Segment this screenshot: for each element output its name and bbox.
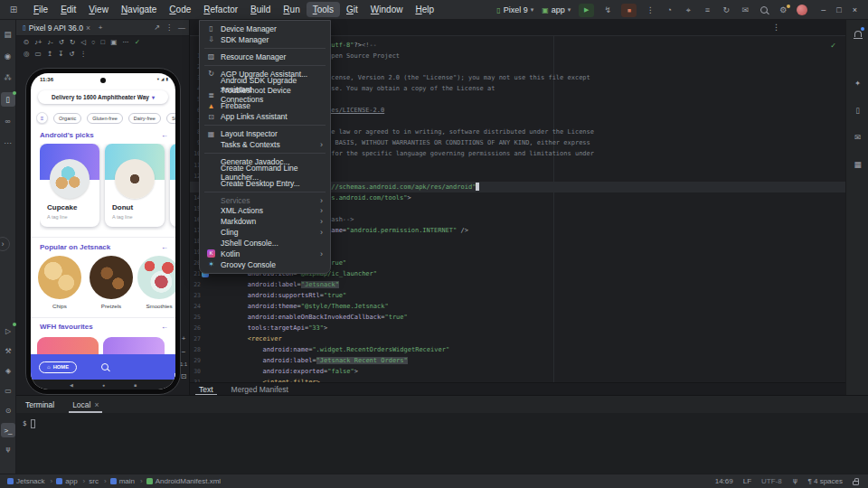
- menubar-item[interactable]: Run: [277, 2, 306, 17]
- minimize-button[interactable]: –: [821, 5, 826, 14]
- volume-down-icon[interactable]: ♪-: [47, 38, 52, 46]
- menubar-item[interactable]: Tools: [307, 2, 340, 17]
- menubar-item[interactable]: Edit: [54, 2, 82, 17]
- breadcrumb-item[interactable]: main ›: [110, 477, 143, 485]
- avatar[interactable]: [797, 5, 807, 15]
- menu-item[interactable]: ✶ Groovy Console: [200, 259, 330, 270]
- menubar-item[interactable]: Refactor: [197, 2, 244, 17]
- android-nav-button[interactable]: ◀: [70, 382, 73, 388]
- snack-card[interactable]: Cupcake A tag line: [40, 144, 99, 227]
- menu-item[interactable]: [204, 192, 326, 192]
- phone-screen[interactable]: 11:36 ▾ ◢ ▮ Delivery to 1600 Amphitheate…: [31, 73, 175, 389]
- menu-item[interactable]: XML Actions ›: [200, 205, 330, 216]
- commit-icon[interactable]: ◉: [1, 49, 15, 63]
- sync-icon[interactable]: ↻: [721, 5, 731, 14]
- volume-up-icon[interactable]: ♪+: [34, 38, 42, 46]
- open-in-window-icon[interactable]: ↗: [154, 23, 160, 32]
- menu-item[interactable]: K Kotlin ›: [200, 249, 330, 259]
- overview-icon[interactable]: □: [101, 38, 106, 46]
- close-icon[interactable]: ×: [94, 400, 99, 409]
- menu-item[interactable]: ⇩ SDK Manager: [200, 34, 330, 45]
- structure-icon[interactable]: ⁂: [1, 70, 15, 85]
- snack-card[interactable]: [170, 144, 175, 227]
- terminal-tab-local[interactable]: Local ×: [72, 396, 99, 413]
- terminal-icon[interactable]: >_: [1, 423, 15, 437]
- arrow-left-icon[interactable]: ←: [161, 131, 168, 139]
- stop-button[interactable]: ■: [621, 4, 637, 17]
- filter-chip[interactable]: Gluten-free: [87, 113, 123, 124]
- breadcrumb-item[interactable]: AndroidManifest.xml: [146, 477, 226, 485]
- record-icon[interactable]: ▭: [35, 50, 42, 58]
- android-nav-button[interactable]: ●: [102, 382, 105, 388]
- power-icon[interactable]: ⊙: [24, 38, 29, 46]
- hide-panel-icon[interactable]: —: [178, 23, 185, 32]
- menu-item[interactable]: [204, 48, 326, 49]
- run-icon[interactable]: ▷: [1, 324, 15, 338]
- screenshot-icon[interactable]: ◎: [24, 50, 30, 58]
- more-icon[interactable]: ⋯: [122, 38, 129, 46]
- close-icon[interactable]: ×: [86, 23, 90, 33]
- breadcrumb-item[interactable]: src ›: [89, 477, 106, 485]
- menubar-item[interactable]: View: [82, 2, 115, 17]
- menu-item[interactable]: ▨ Resource Manager: [200, 52, 330, 62]
- build-icon[interactable]: ⚒: [1, 343, 15, 358]
- menu-item[interactable]: Create Command Line Launcher...: [200, 167, 330, 178]
- manifest-view-tab[interactable]: Merged Manifest: [222, 383, 297, 396]
- main-menu-icon[interactable]: ⊞: [7, 4, 20, 16]
- more-tool-windows-icon[interactable]: ⋯: [1, 136, 15, 150]
- running-devices-icon[interactable]: ▯: [1, 92, 15, 107]
- popular-item[interactable]: Chips: [38, 256, 81, 309]
- new-device-tab-button[interactable]: +: [99, 23, 103, 32]
- device-manager-icon[interactable]: ▯: [846, 103, 868, 117]
- menubar-item[interactable]: Git: [340, 2, 364, 17]
- popular-item[interactable]: Smoothies: [137, 256, 175, 309]
- nav-search-icon[interactable]: [101, 363, 108, 371]
- delivery-selector[interactable]: Delivery to 1600 Amphitheater Way ▾: [38, 90, 168, 104]
- popular-item[interactable]: Pretzels: [90, 256, 133, 309]
- more-icon[interactable]: ⋮: [80, 50, 88, 58]
- menu-item[interactable]: [204, 125, 326, 126]
- nav-home-button[interactable]: ⌂ HOME: [39, 361, 77, 373]
- caret-position[interactable]: 14:69: [715, 477, 733, 485]
- assistant-icon[interactable]: ✉: [846, 130, 868, 145]
- notifications-icon[interactable]: [846, 25, 868, 40]
- line-separator[interactable]: LF: [743, 477, 751, 485]
- arrow-left-icon[interactable]: ←: [161, 243, 168, 251]
- menubar-item[interactable]: Build: [244, 2, 277, 17]
- feedback-icon[interactable]: ✉: [740, 5, 750, 14]
- menubar-item[interactable]: Navigate: [115, 2, 163, 17]
- problems-icon[interactable]: ⊙: [1, 403, 15, 418]
- gemini-icon[interactable]: ✦: [846, 76, 868, 90]
- filter-chip[interactable]: Dairy-free: [128, 113, 161, 124]
- run-config-selector[interactable]: ▣ app ▾: [542, 5, 571, 14]
- resource-monitor-icon[interactable]: ▭: [1, 383, 15, 398]
- rotate-right-icon[interactable]: ↻: [70, 38, 75, 46]
- arrow-left-icon[interactable]: ←: [161, 323, 168, 331]
- menu-item[interactable]: [204, 153, 326, 154]
- inspect-icon[interactable]: ⌖: [683, 5, 693, 15]
- filter-chip[interactable]: Organic: [53, 113, 81, 124]
- fold-icon[interactable]: ▣: [110, 38, 117, 46]
- panel-options-icon[interactable]: ⋮: [165, 23, 173, 32]
- close-button[interactable]: ×: [853, 5, 857, 14]
- nav-cart-icon[interactable]: [175, 373, 175, 379]
- menu-item[interactable]: Services ›: [200, 195, 330, 206]
- run-button[interactable]: ▶: [579, 4, 594, 17]
- apply-changes-icon[interactable]: ↯: [602, 5, 613, 14]
- breadcrumb-item[interactable]: Jetsnack ›: [7, 477, 52, 485]
- zoom-out-button[interactable]: −: [182, 348, 186, 356]
- menubar-item[interactable]: Window: [364, 2, 410, 17]
- device-selector[interactable]: ▯ Pixel 9 ▾: [496, 5, 533, 14]
- rotate-left-icon[interactable]: ↺: [59, 38, 64, 46]
- logcat-icon[interactable]: ◈: [1, 363, 15, 378]
- git-icon[interactable]: ⋔: [1, 443, 15, 457]
- terminal-body[interactable]: $: [16, 413, 868, 428]
- connected-check-icon[interactable]: ✓: [135, 38, 140, 46]
- snack-card[interactable]: Donut A tag line: [105, 144, 165, 227]
- menu-item[interactable]: ▦ Layout Inspector: [200, 128, 330, 139]
- filter-icon[interactable]: ≡: [36, 112, 48, 124]
- git-branch-icon[interactable]: ⋔: [792, 477, 798, 485]
- menu-item[interactable]: Cling ›: [200, 227, 330, 238]
- encoding[interactable]: UTF-8: [761, 477, 782, 485]
- home-icon[interactable]: ○: [91, 38, 96, 46]
